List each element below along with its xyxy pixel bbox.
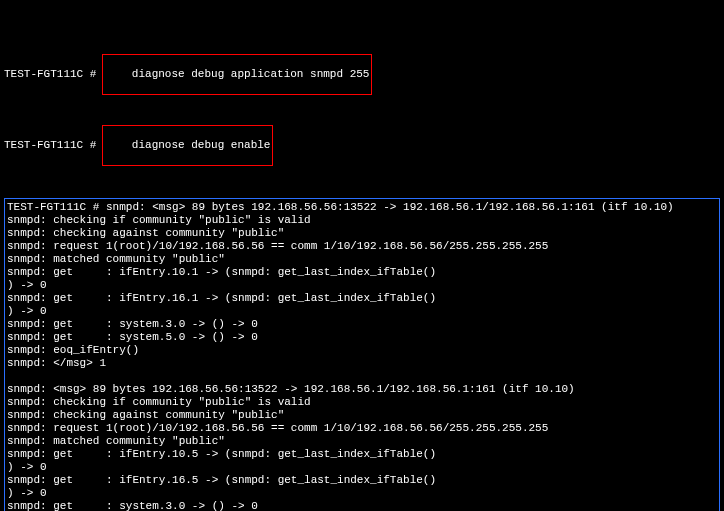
output-line: snmpd: request 1(root)/10/192.168.56.56 …	[7, 422, 717, 435]
output-line: snmpd: get : ifEntry.10.5 -> (snmpd: get…	[7, 448, 717, 461]
output-line: snmpd: eoq_ifEntry()	[7, 344, 717, 357]
output-line: snmpd: matched community "public"	[7, 435, 717, 448]
output-line: snmpd: checking if community "public" is…	[7, 396, 717, 409]
output-line: snmpd: get : ifEntry.16.5 -> (snmpd: get…	[7, 474, 717, 487]
command-line-1: TEST-FGT111C # diagnose debug applicatio…	[4, 54, 720, 95]
output-line: ) -> 0	[7, 461, 717, 474]
output-line	[7, 370, 717, 383]
debug-output-block: TEST-FGT111C # snmpd: <msg> 89 bytes 192…	[4, 198, 720, 511]
output-line: snmpd: get : system.3.0 -> () -> 0	[7, 318, 717, 331]
output-line: snmpd: checking if community "public" is…	[7, 214, 717, 227]
prompt-2: TEST-FGT111C #	[4, 139, 96, 152]
output-line: snmpd: checking against community "publi…	[7, 227, 717, 240]
output-line: snmpd: get : ifEntry.10.1 -> (snmpd: get…	[7, 266, 717, 279]
output-line: snmpd: request 1(root)/10/192.168.56.56 …	[7, 240, 717, 253]
output-line: snmpd: get : system.3.0 -> () -> 0	[7, 500, 717, 511]
command-1-text[interactable]: diagnose debug application snmpd 255	[132, 68, 370, 80]
output-line: snmpd: <msg> 89 bytes 192.168.56.56:1352…	[7, 383, 717, 396]
output-line: snmpd: matched community "public"	[7, 253, 717, 266]
output-line: ) -> 0	[7, 279, 717, 292]
output-line: snmpd: get : ifEntry.16.1 -> (snmpd: get…	[7, 292, 717, 305]
output-line: snmpd: </msg> 1	[7, 357, 717, 370]
command-2-text[interactable]: diagnose debug enable	[132, 139, 271, 151]
output-line: snmpd: get : system.5.0 -> () -> 0	[7, 331, 717, 344]
output-line: ) -> 0	[7, 305, 717, 318]
command-line-2: TEST-FGT111C # diagnose debug enable	[4, 125, 720, 166]
output-line: TEST-FGT111C # snmpd: <msg> 89 bytes 192…	[7, 201, 717, 214]
command-2-box: diagnose debug enable	[102, 125, 273, 166]
command-1-box: diagnose debug application snmpd 255	[102, 54, 372, 95]
output-line: snmpd: checking against community "publi…	[7, 409, 717, 422]
prompt-1: TEST-FGT111C #	[4, 68, 96, 81]
output-line: ) -> 0	[7, 487, 717, 500]
